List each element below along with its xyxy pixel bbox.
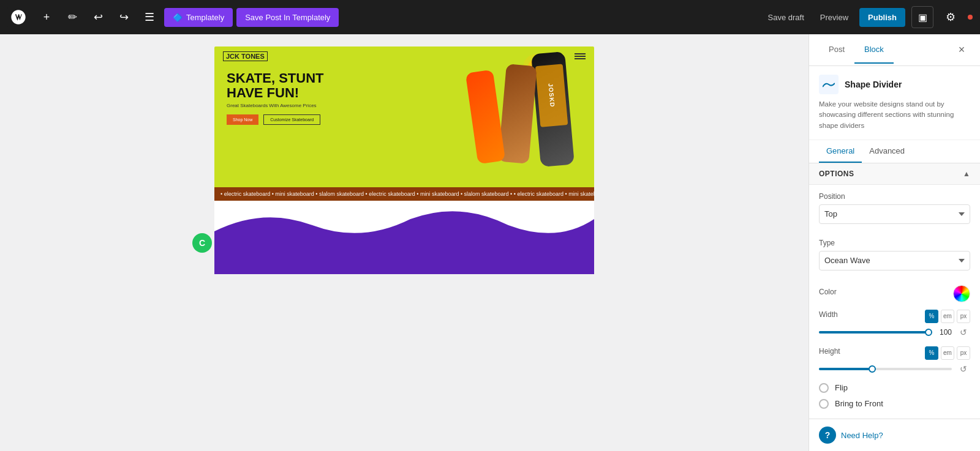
type-label: Type	[819, 239, 970, 247]
undo-button[interactable]: ↩	[87, 6, 109, 28]
wave-section	[214, 201, 594, 274]
width-slider-thumb[interactable]	[925, 329, 932, 336]
options-label: Options	[819, 170, 854, 178]
need-help-link[interactable]: Need Help?	[841, 431, 883, 440]
main-area: JCK TONES SKATE, STUNT HAVE FUN! Great S…	[0, 34, 980, 451]
width-slider-row: 100 ↺	[819, 326, 970, 339]
panel-tabs: Post Block	[819, 36, 953, 64]
width-px-icon[interactable]: %	[925, 310, 938, 323]
bring-front-label: Bring to Front	[835, 399, 883, 408]
color-field: Color	[819, 285, 970, 302]
width-reset-button[interactable]: ↺	[957, 326, 970, 339]
sidebar-toggle-button[interactable]: ▣	[911, 6, 933, 28]
flip-toggle-circle[interactable]	[819, 383, 829, 393]
width-label: Width	[819, 310, 838, 319]
color-swatch[interactable]	[953, 285, 970, 302]
shape-divider-title: Shape Divider	[845, 80, 902, 89]
section-tabs: General Advanced	[809, 140, 980, 163]
height-rem-icon[interactable]: px	[957, 346, 970, 360]
templately-button[interactable]: 🔷 Templately	[164, 8, 233, 27]
skate-boards-visual: JOSKD	[472, 53, 582, 175]
height-header: Height % em px	[819, 346, 970, 360]
shop-now-button[interactable]: Shop Now	[227, 114, 258, 125]
add-block-button[interactable]: +	[36, 6, 58, 28]
color-label: Color	[819, 288, 837, 296]
type-select[interactable]: Ocean Wave Triangle Curve	[819, 251, 970, 270]
height-slider-row: ↺	[819, 362, 970, 376]
options-chevron-icon: ▲	[963, 170, 970, 178]
panel-close-button[interactable]: ×	[953, 42, 970, 59]
type-field: Type Ocean Wave Triangle Curve	[819, 239, 970, 278]
flip-label: Flip	[835, 383, 848, 392]
width-field: Width % em px 100	[819, 310, 970, 339]
user-avatar: C	[192, 233, 212, 253]
skate-section: JCK TONES SKATE, STUNT HAVE FUN! Great S…	[214, 47, 594, 187]
save-draft-button[interactable]: Save draft	[763, 9, 809, 26]
height-slider-track[interactable]	[819, 368, 952, 370]
customize-button[interactable]: Customize Skateboard	[263, 114, 320, 125]
ticker-text: • electric skateboard • mini skateboard …	[214, 190, 594, 198]
skate-logo: JCK TONES	[223, 51, 268, 61]
options-section: Options ▲ Position Top Bottom Type	[809, 163, 980, 419]
need-help-section: ? Need Help?	[809, 419, 980, 451]
options-header[interactable]: Options ▲	[809, 163, 980, 185]
height-slider-thumb[interactable]	[869, 365, 876, 373]
help-icon: ?	[819, 427, 836, 444]
toolbar-left: + ✏ ↩ ↪ ☰ 🔷 Templately Save Post In Temp…	[7, 6, 339, 28]
shape-divider-header: Shape Divider	[819, 75, 970, 94]
notification-dot	[968, 15, 973, 20]
position-field: Position Top Bottom	[819, 192, 970, 231]
width-rem-icon[interactable]: px	[957, 310, 970, 323]
more-options-button[interactable]: ⚙	[940, 6, 962, 28]
templately-icon: 🔷	[173, 13, 183, 22]
main-toolbar: + ✏ ↩ ↪ ☰ 🔷 Templately Save Post In Temp…	[0, 0, 980, 34]
publish-button[interactable]: Publish	[859, 8, 905, 27]
options-body: Position Top Bottom Type Ocean Wave Tria…	[809, 185, 980, 419]
height-reset-button[interactable]: ↺	[957, 362, 970, 376]
width-value: 100	[933, 328, 952, 337]
shape-divider-description: Make your website designs stand out by s…	[819, 99, 970, 131]
canvas-area: JCK TONES SKATE, STUNT HAVE FUN! Great S…	[0, 34, 809, 451]
shape-divider-info: Shape Divider Make your website designs …	[809, 66, 980, 140]
wp-icon	[10, 9, 27, 26]
tab-block[interactable]: Block	[854, 36, 894, 64]
tab-post[interactable]: Post	[819, 36, 854, 64]
height-px-icon[interactable]: %	[925, 346, 938, 360]
save-templately-button[interactable]: Save Post In Templately	[236, 8, 339, 27]
wordpress-logo	[7, 6, 29, 28]
wave-svg	[214, 201, 594, 250]
board-1: JOSKD	[531, 51, 575, 167]
position-select[interactable]: Top Bottom	[819, 204, 970, 224]
height-field: Height % em px ↺	[819, 346, 970, 376]
width-slider-track[interactable]	[819, 331, 929, 334]
bring-front-toggle: Bring to Front	[819, 399, 970, 409]
flip-toggle: Flip	[819, 383, 970, 393]
shape-divider-svg-icon	[823, 80, 835, 89]
right-panel: Post Block × Shape Divider Make your web…	[809, 34, 980, 451]
shape-divider-icon	[819, 75, 839, 94]
toolbar-right: Save draft Preview Publish ▣ ⚙	[763, 6, 973, 28]
page-preview: JCK TONES SKATE, STUNT HAVE FUN! Great S…	[214, 47, 594, 451]
width-em-icon[interactable]: em	[941, 310, 954, 323]
tab-advanced[interactable]: Advanced	[862, 140, 912, 163]
panel-content: Options ▲ Position Top Bottom Type	[809, 163, 980, 419]
height-slider-fill	[819, 368, 872, 370]
list-view-button[interactable]: ☰	[138, 6, 160, 28]
width-dimension-icons: % em px	[925, 310, 970, 323]
ticker-bar: • electric skateboard • mini skateboard …	[214, 187, 594, 201]
height-em-icon[interactable]: em	[941, 346, 954, 360]
preview-button[interactable]: Preview	[815, 9, 853, 26]
position-label: Position	[819, 192, 970, 201]
width-header: Width % em px	[819, 310, 970, 323]
board-3	[466, 70, 505, 165]
redo-button[interactable]: ↪	[113, 6, 135, 28]
tab-general[interactable]: General	[819, 140, 862, 163]
tools-button[interactable]: ✏	[61, 6, 83, 28]
panel-header: Post Block ×	[809, 34, 980, 66]
height-dimension-icons: % em px	[925, 346, 970, 360]
width-slider-fill	[819, 331, 929, 334]
bring-front-toggle-circle[interactable]	[819, 399, 829, 409]
height-label: Height	[819, 347, 840, 356]
